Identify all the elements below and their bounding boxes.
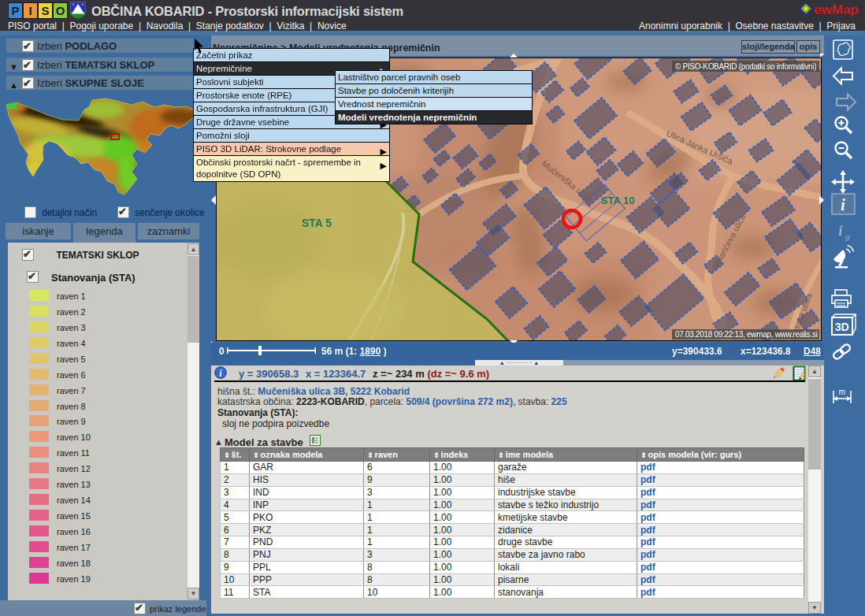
svg-text:07.03.2018 09:22:13, ewmap, ww: 07.03.2018 09:22:13, ewmap, www.realis.s… <box>675 330 818 339</box>
svg-text:g: g <box>845 232 850 241</box>
svg-text:3D: 3D <box>835 321 849 333</box>
svg-text:STA 10: STA 10 <box>601 195 635 206</box>
svg-text:© PISO-KOBARID (podatki so inf: © PISO-KOBARID (podatki so informativni) <box>675 62 816 71</box>
svg-text:STA 5: STA 5 <box>302 217 332 229</box>
svg-text:m: m <box>839 388 845 396</box>
svg-text:i: i <box>841 196 845 213</box>
svg-text:i: i <box>838 222 843 239</box>
